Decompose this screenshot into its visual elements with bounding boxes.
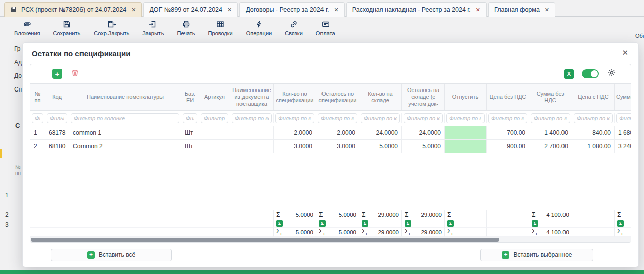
sigma-total-label: Σт [405,228,410,236]
postings-button[interactable]: Проводки [208,17,233,36]
filter-input-5[interactable] [232,113,272,123]
summary-value: 5.0000 [282,229,313,235]
release-qty-cell[interactable] [445,140,487,153]
column-header-4[interactable]: Артикул [199,84,230,110]
filter-input-0[interactable] [32,113,43,123]
column-header-6[interactable]: Кол-во по спецификации [274,84,316,110]
cell [199,140,230,153]
sigma-badge[interactable]: Σ [276,220,283,227]
summary-value: 4 920.00 [621,212,631,218]
close-tab-icon[interactable]: ✕ [334,7,339,13]
filter-input-1[interactable] [47,113,67,123]
view-toggle[interactable] [582,69,599,78]
summary-cell [181,210,199,219]
filter-input-2[interactable] [71,113,179,123]
filter-input-11[interactable] [488,113,527,123]
summary-cell: Σ [445,210,487,219]
refresh-button[interactable]: Обновить [635,20,644,39]
filter-input-3[interactable] [183,113,197,123]
operations-button[interactable]: Операции [246,17,272,36]
horizontal-scrollbar[interactable] [30,237,631,242]
release-qty-cell[interactable] [445,126,487,139]
column-header-2[interactable]: Наименование номенклатуры [69,84,181,110]
tab-main-form[interactable]: Главная форма ✕ [488,2,555,17]
settings-gear-icon[interactable] [607,68,617,80]
summary-cell [69,228,181,237]
sigma-badge[interactable]: Σ [319,220,326,227]
print-button[interactable]: Печать [177,17,195,36]
sigma-total-label: Σт [617,228,623,236]
sigma-badge[interactable]: Σ [405,220,411,227]
excel-export-button[interactable]: X [564,69,574,79]
links-button[interactable]: Связки [285,17,303,36]
tab-dog-contract[interactable]: ДОГ №899 от 24.07.2024 ✕ [143,2,238,17]
cell: 68178 [45,126,69,139]
selected-row-indicator [0,149,2,158]
table-toolbar-right: X [564,68,617,80]
scrollbar-thumb[interactable] [31,238,499,242]
filter-input-13[interactable] [574,113,613,123]
filter-input-14[interactable] [616,113,631,123]
filter-input-6[interactable] [275,113,314,123]
column-header-9[interactable]: Осталось на складе (с учетом док- [402,84,445,110]
filter-input-9[interactable] [404,113,443,123]
remains-by-specification-dialog: Остатки по спецификации ✕ + X № ппКодНаи… [22,42,639,267]
add-row-button[interactable]: + [52,69,62,79]
attachments-button[interactable]: Вложения [14,17,40,36]
summary-cell: Σт5.0000 [274,228,316,237]
tab-label: РСХ (проект №78206) от 24.07.2024 [21,6,126,13]
sigma-total-label: Σт [447,228,453,236]
table-row[interactable]: 168178common 1Шт2.00002.000024.000024.00… [30,126,631,140]
tab-contracts-registry[interactable]: Договоры - Реестр за 2024 г. ✕ [239,2,345,17]
column-header-8[interactable]: Кол-во на складе [359,84,402,110]
column-header-14[interactable]: Сумма с НДС [615,84,631,110]
close-tab-icon[interactable]: ✕ [545,7,549,13]
summary-cell [30,228,45,237]
column-header-10[interactable]: Отпустить [445,84,487,110]
save-button[interactable]: Сохранить [53,17,81,36]
dialog-header: Остатки по спецификации ✕ [23,43,638,64]
summary-cell [487,228,529,237]
column-header-1[interactable]: Код [45,84,69,110]
sigma-badge[interactable]: Σ [532,220,538,227]
close-dialog-icon[interactable]: ✕ [622,48,628,57]
filter-input-4[interactable] [201,113,228,123]
filter-cell [572,113,615,123]
close-tab-icon[interactable]: ✕ [131,7,136,13]
table-header-row: № ппКодНаименование номенклатурыБаз. ЕИА… [30,84,631,111]
insert-selected-button[interactable]: + Вставить выбранное [480,249,593,261]
close-tab-icon[interactable]: ✕ [227,7,232,13]
column-header-12[interactable]: Сумма без НДС [529,84,572,110]
column-header-5[interactable]: Наименование из документа поставщика [230,84,274,110]
filter-input-10[interactable] [446,113,485,123]
column-header-11[interactable]: Цена без НДС [487,84,529,110]
toolbar-label: Проводки [208,30,233,36]
save-close-icon [107,20,116,29]
cell: 840.00 [572,126,615,139]
cell: 24.0000 [359,126,402,139]
sigma-badge[interactable]: Σ [362,220,368,227]
filter-cell [69,113,181,123]
toolbar-label: Сохр.Закрыть [94,30,129,36]
cell: Common 2 [69,140,181,153]
insert-all-button[interactable]: + Вставить всё [51,249,172,261]
insert-selected-label: Вставить выбранное [513,251,572,258]
save-close-button[interactable]: Сохр.Закрыть [94,17,129,36]
cell: 3.0000 [274,140,316,153]
tab-rsx-document[interactable]: РСХ (проект №78206) от 24.07.2024 ✕ [4,2,142,17]
filter-input-8[interactable] [361,113,400,123]
tab-invoice-registry[interactable]: Расходная накладная - Реестр за 2024 г. … [346,2,487,17]
delete-row-button[interactable] [70,68,80,80]
payment-button[interactable]: Оплата [316,17,335,36]
filter-input-7[interactable] [318,113,357,123]
close-tab-icon[interactable]: ✕ [476,7,480,13]
column-header-0[interactable]: № пп [30,84,45,110]
column-header-7[interactable]: Осталось по спецификации [316,84,359,110]
close-document-button[interactable]: Закрыть [142,17,164,36]
filter-input-12[interactable] [531,113,570,123]
table-row[interactable]: 268180Common 2Шт3.00003.00005.00005.0000… [30,140,631,153]
column-header-3[interactable]: Баз. ЕИ [181,84,199,110]
sigma-badge[interactable]: Σ [447,220,454,227]
sigma-badge[interactable]: Σ [617,220,624,227]
column-header-13[interactable]: Цена с НДС [572,84,615,110]
